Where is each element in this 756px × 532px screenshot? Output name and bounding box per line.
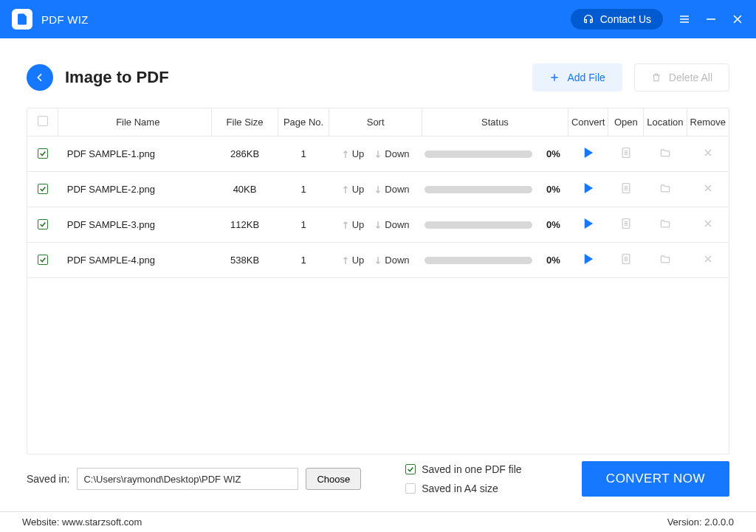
app-logo [12,9,32,30]
location-button[interactable] [647,253,684,265]
document-icon [620,218,632,229]
contact-us-button[interactable]: Contact Us [571,9,663,30]
add-file-button[interactable]: Add File [532,63,622,91]
row-checkbox[interactable] [38,184,48,194]
filename-cell: PDF SAMPLE-3.png [58,207,212,243]
one-pdf-checkbox[interactable] [405,464,416,474]
arrow-down-icon [374,256,382,265]
saved-in-label: Saved in: [27,473,69,485]
choose-folder-button[interactable]: Choose [306,468,361,490]
table-row: PDF SAMPLE-2.png40KB1UpDown0% [27,172,729,207]
close-icon [702,147,714,159]
play-icon [583,218,594,229]
filesize-cell: 112KB [212,207,278,243]
sort-down-button[interactable]: Down [374,184,409,195]
page-cell: 1 [278,137,329,172]
sort-up-button[interactable]: Up [342,148,365,159]
header-filename: File Name [58,108,212,137]
minimize-button[interactable] [704,13,718,26]
sort-down-button[interactable]: Down [374,255,409,266]
delete-all-label: Delete All [669,72,712,83]
progress-percent: 0% [541,148,565,159]
add-file-label: Add File [567,72,605,83]
progress-bar [425,186,532,193]
table-row: PDF SAMPLE-1.png286KB1UpDown0% [27,137,729,172]
contact-us-label: Contact Us [600,13,651,25]
sort-up-button[interactable]: Up [342,219,365,230]
close-icon [702,218,714,229]
page-title: Image to PDF [65,68,169,87]
sort-up-button[interactable]: Up [342,184,365,195]
sort-down-button[interactable]: Down [374,219,409,230]
plus-icon [549,72,560,83]
folder-icon [659,182,671,194]
remove-button[interactable] [690,253,726,265]
filename-cell: PDF SAMPLE-4.png [58,243,212,278]
convert-button[interactable] [571,253,605,265]
a4-size-label: Saved in A4 size [422,483,498,494]
convert-button[interactable] [571,147,605,159]
close-window-button[interactable] [731,13,744,26]
remove-button[interactable] [690,182,726,194]
arrow-left-icon [34,72,46,83]
back-button[interactable] [27,64,53,91]
sort-down-label: Down [385,148,409,159]
location-button[interactable] [647,218,684,229]
check-icon [39,221,47,228]
play-icon [583,253,594,265]
folder-icon [659,147,671,159]
open-button[interactable] [611,218,641,229]
headset-icon [583,13,594,25]
open-button[interactable] [611,253,641,265]
menu-button[interactable] [678,13,691,26]
document-icon [620,182,632,194]
one-pdf-label: Saved in one PDF file [422,463,521,475]
sort-down-label: Down [385,219,409,230]
progress-bar [425,151,532,158]
select-all-checkbox[interactable] [38,116,48,126]
save-path-input[interactable] [77,468,298,490]
remove-button[interactable] [690,218,726,229]
convert-now-button[interactable]: CONVERT NOW [582,461,729,497]
progress-percent: 0% [541,184,565,195]
options-row: Saved in: Choose Saved in one PDF file S… [0,449,756,511]
open-button[interactable] [611,147,641,159]
sort-up-button[interactable]: Up [342,255,365,266]
document-icon [620,147,632,159]
file-table: File Name File Size Page No. Sort Status… [27,108,729,455]
sort-up-label: Up [352,184,365,195]
header-remove: Remove [687,108,729,137]
open-button[interactable] [611,182,641,194]
filename-cell: PDF SAMPLE-2.png [58,172,212,207]
play-icon [583,147,594,159]
sort-up-label: Up [352,219,365,230]
table-row: PDF SAMPLE-4.png538KB1UpDown0% [27,243,729,278]
page-cell: 1 [278,243,329,278]
check-icon [39,185,47,193]
folder-icon [659,253,671,265]
trash-icon [651,72,662,83]
progress-percent: 0% [541,255,565,266]
close-icon [702,253,714,265]
row-checkbox[interactable] [38,255,48,265]
arrow-down-icon [374,150,382,159]
convert-button[interactable] [571,182,605,194]
sort-down-button[interactable]: Down [374,148,409,159]
header-pageno: Page No. [278,108,329,137]
progress-bar [425,221,532,229]
location-button[interactable] [647,182,684,194]
version-label: Version: 2.0.0.0 [667,517,734,528]
document-icon [620,253,632,265]
delete-all-button[interactable]: Delete All [634,63,729,91]
status-bar: Website: www.starzsoft.com Version: 2.0.… [0,511,756,532]
header-convert: Convert [568,108,608,137]
row-checkbox[interactable] [38,219,48,229]
filesize-cell: 538KB [212,243,278,278]
location-button[interactable] [647,147,684,159]
a4-size-checkbox[interactable] [405,483,416,494]
page-cell: 1 [278,172,329,207]
convert-button[interactable] [571,218,605,229]
row-checkbox[interactable] [38,148,48,159]
arrow-up-icon [342,185,349,194]
remove-button[interactable] [690,147,726,159]
